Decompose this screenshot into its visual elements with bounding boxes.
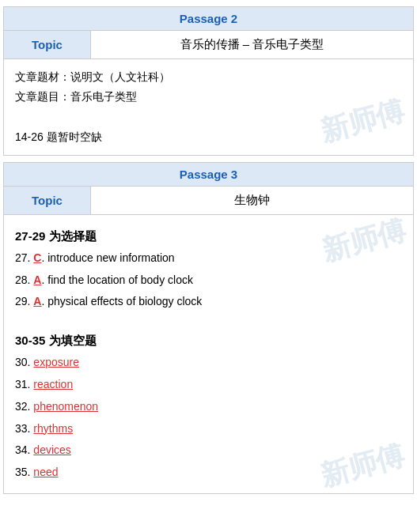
q29-line: 29. A. physical effects of biology clock [15, 292, 402, 311]
q32-answer: phenomenon [33, 400, 98, 413]
passage2-block: Passage 2 Topic 音乐的传播 – 音乐电子类型 文章题材：说明文（… [3, 6, 414, 156]
q35-prefix: 35. [15, 466, 33, 478]
q27-text: . introduce new information [41, 251, 174, 264]
passage3-block: Passage 3 Topic 生物钟 27-29 为选择题 27. C. in… [3, 162, 414, 494]
q33-prefix: 33. [15, 422, 33, 435]
q29-letter: A [33, 295, 41, 308]
q34-prefix: 34. [15, 443, 33, 456]
q29-text: . physical effects of biology clock [41, 295, 202, 308]
passage2-header: Passage 2 [4, 7, 413, 31]
q29-prefix: 29. [15, 295, 33, 308]
q34-answer: devices [33, 443, 70, 456]
q28-line: 28. A. find the location of body clock [15, 271, 402, 290]
q35-answer: need [33, 466, 58, 478]
q33-answer: rhythms [33, 422, 73, 435]
q30-answer: exposure [33, 356, 79, 368]
section2-title: 30-35 为填空题 [15, 334, 402, 349]
passage3-topic-value: 生物钟 [91, 187, 413, 214]
q35-line: 35. need [15, 463, 402, 482]
passage2-topic-value: 音乐的传播 – 音乐电子类型 [91, 31, 413, 58]
q31-line: 31. reaction [15, 375, 402, 394]
q28-letter: A [33, 274, 41, 286]
q34-line: 34. devices [15, 441, 402, 460]
q28-prefix: 28. [15, 274, 33, 286]
q30-prefix: 30. [15, 356, 33, 368]
passage2-topic-row: Topic 音乐的传播 – 音乐电子类型 [4, 31, 413, 59]
q27-line: 27. C. introduce new information [15, 249, 402, 268]
passage2-topic-label: Topic [4, 31, 91, 58]
passage3-topic-label: Topic [4, 187, 91, 214]
passage3-header: Passage 3 [4, 163, 413, 187]
q27-letter: C [33, 251, 41, 264]
q30-line: 30. exposure [15, 353, 402, 372]
q32-line: 32. phenomenon [15, 398, 402, 417]
q28-text: . find the location of body clock [41, 274, 192, 286]
passage3-content: 27-29 为选择题 27. C. introduce new informat… [4, 215, 413, 493]
passage2-line1: 文章题材：说明文（人文社科） [15, 67, 402, 87]
q31-prefix: 31. [15, 378, 33, 391]
passage2-content: 文章题材：说明文（人文社科） 文章题目：音乐电子类型 14-26 题暂时空缺 新… [4, 59, 413, 155]
section1-title: 27-29 为选择题 [15, 229, 402, 244]
q27-prefix: 27. [15, 251, 33, 264]
q31-answer: reaction [33, 378, 73, 391]
passage2-line3: 14-26 题暂时空缺 [15, 127, 402, 147]
q33-line: 33. rhythms [15, 420, 402, 439]
q32-prefix: 32. [15, 400, 33, 413]
passage3-topic-row: Topic 生物钟 [4, 187, 413, 215]
passage2-line2: 文章题目：音乐电子类型 [15, 87, 402, 107]
